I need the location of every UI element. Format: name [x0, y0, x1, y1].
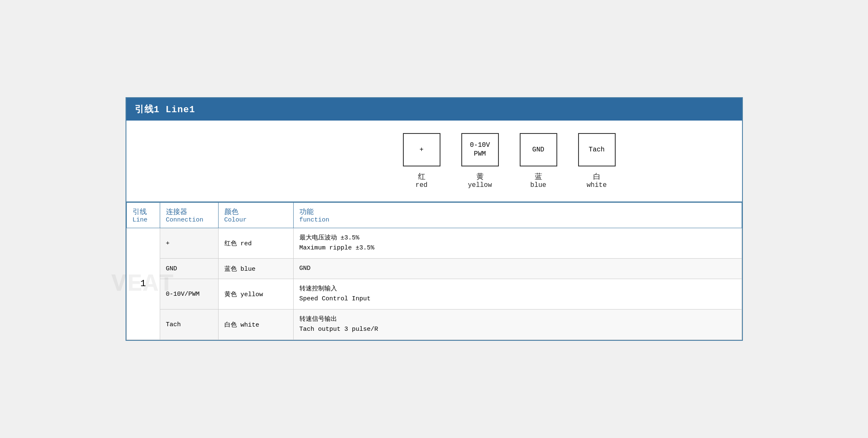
func-zh: GND — [299, 264, 736, 274]
table-row: Tach白色 white转速信号输出Tach output 3 pulse/R — [126, 310, 742, 340]
cell-connection: + — [160, 228, 218, 259]
func-zh: 最大电压波动 ±3.5% — [299, 233, 736, 243]
header-line: 引线 Line — [126, 203, 160, 228]
connector-item: Tach白white — [568, 133, 626, 189]
connector-label-zh: 红 — [418, 171, 425, 181]
func-en: Speed Control Input — [299, 294, 736, 304]
table-section: 引线 Line 连接器 Connection 颜色 Colour 功能 func… — [126, 202, 742, 340]
header-line-en: Line — [133, 216, 154, 224]
connector-item: GND蓝blue — [509, 133, 568, 189]
cell-color: 黄色 yellow — [218, 279, 293, 310]
connector-box: 0-10V PWM — [461, 133, 499, 166]
connector-label-en: yellow — [468, 181, 492, 189]
cell-color: 蓝色 blue — [218, 259, 293, 279]
header-func-zh: 功能 — [299, 207, 736, 216]
diagram-section: +红red0-10V PWM黄yellowGND蓝blueTach白white — [126, 121, 742, 202]
connector-diagram: +红red0-10V PWM黄yellowGND蓝blueTach白white — [392, 133, 626, 189]
page-title: 引线1 Line1 — [135, 105, 195, 115]
table-header-row: 引线 Line 连接器 Connection 颜色 Colour 功能 func… — [126, 203, 742, 228]
table-row: 0-10V/PWM黄色 yellow转速控制输入Speed Control In… — [126, 279, 742, 310]
connector-label-en: red — [415, 181, 428, 189]
connector-box: GND — [520, 133, 557, 166]
main-container: 引线1 Line1 +红red0-10V PWM黄yellowGND蓝blueT… — [126, 97, 743, 341]
connector-item: 0-10V PWM黄yellow — [451, 133, 509, 189]
func-zh: 转速控制输入 — [299, 284, 736, 294]
cell-connection: GND — [160, 259, 218, 279]
cell-connection: Tach — [160, 310, 218, 340]
header-conn-zh: 连接器 — [166, 207, 212, 216]
func-en: Maximum ripple ±3.5% — [299, 243, 736, 253]
cell-function: 转速信号输出Tach output 3 pulse/R — [293, 310, 742, 340]
func-en: Tach output 3 pulse/R — [299, 325, 736, 335]
connector-label-zh: 蓝 — [535, 171, 542, 181]
cell-function: GND — [293, 259, 742, 279]
header-color-en: Colour — [224, 216, 287, 224]
header-line-zh: 引线 — [133, 207, 154, 216]
header-colour: 颜色 Colour — [218, 203, 293, 228]
title-bar: 引线1 Line1 — [126, 98, 742, 121]
func-zh: 转速信号输出 — [299, 315, 736, 325]
header-connection: 连接器 Connection — [160, 203, 218, 228]
cell-connection: 0-10V/PWM — [160, 279, 218, 310]
table-row: 1VEAT+红色 red最大电压波动 ±3.5%Maximum ripple ±… — [126, 228, 742, 259]
table-row: GND蓝色 blueGND — [126, 259, 742, 279]
header-function: 功能 function — [293, 203, 742, 228]
header-conn-en: Connection — [166, 216, 212, 224]
header-func-en: function — [299, 216, 736, 224]
cell-function: 转速控制输入Speed Control Input — [293, 279, 742, 310]
cell-color: 白色 white — [218, 310, 293, 340]
connector-item: +红red — [392, 133, 451, 189]
connector-label-zh: 白 — [593, 171, 601, 181]
connector-label-zh: 黄 — [476, 171, 484, 181]
cell-function: 最大电压波动 ±3.5%Maximum ripple ±3.5% — [293, 228, 742, 259]
connector-box: Tach — [578, 133, 616, 166]
connector-box: + — [403, 133, 440, 166]
connector-label-en: blue — [530, 181, 546, 189]
header-color-zh: 颜色 — [224, 207, 287, 216]
wire-table: 引线 Line 连接器 Connection 颜色 Colour 功能 func… — [126, 202, 742, 340]
cell-color: 红色 red — [218, 228, 293, 259]
connector-label-en: white — [586, 181, 606, 189]
cell-line: 1VEAT — [126, 228, 160, 340]
